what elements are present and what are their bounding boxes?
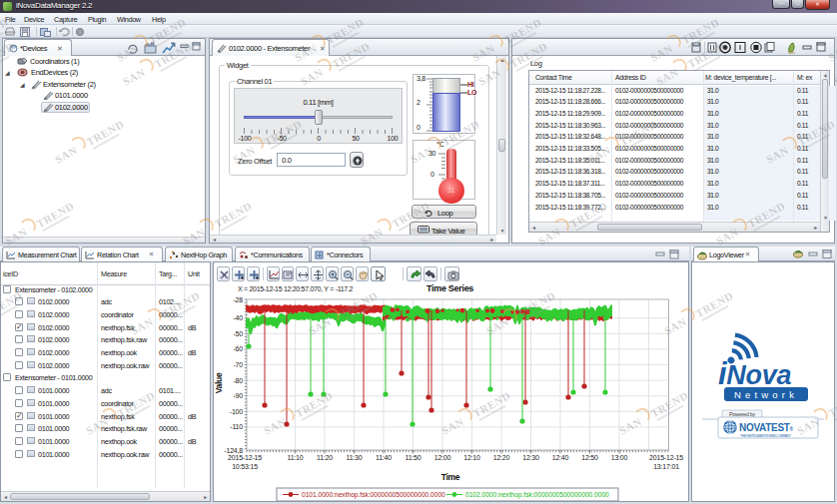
svg-text:-28: -28 — [233, 296, 243, 303]
svg-text:-50: -50 — [233, 330, 243, 337]
svg-text:11:40: 11:40 — [376, 454, 392, 461]
svg-text:11:20: 11:20 — [317, 454, 333, 461]
svg-text:12:00: 12:00 — [434, 454, 451, 461]
svg-text:-60: -60 — [233, 345, 243, 352]
svg-text:-80: -80 — [233, 377, 243, 384]
svg-text:-124,8: -124,8 — [224, 447, 243, 454]
svg-text:0102.0000:nexthop.fsk:00000005: 0102.0000:nexthop.fsk:0000000500000000.0… — [465, 491, 609, 499]
svg-text:Powered by: Powered by — [729, 411, 756, 417]
svg-text:10:53:15: 10:53:15 — [232, 463, 258, 470]
svg-text:THE INSTRUMENTS WEB COMPANY: THE INSTRUMENTS WEB COMPANY — [740, 434, 792, 438]
svg-text:-100: -100 — [230, 408, 244, 415]
svg-text:iNova: iNova — [718, 356, 791, 391]
svg-text:13:17:01: 13:17:01 — [653, 463, 679, 470]
svg-text:2015-12-15: 2015-12-15 — [228, 454, 262, 461]
svg-text:NOVATEST®: NOVATEST® — [739, 422, 794, 433]
svg-text:Time: Time — [441, 472, 460, 482]
svg-text:-70: -70 — [233, 361, 243, 368]
svg-text:12:40: 12:40 — [552, 454, 569, 461]
svg-text:0101.0000:nexthop.fsk:00000005: 0101.0000:nexthop.fsk:0000000500000000.0… — [302, 491, 445, 499]
svg-text:-90: -90 — [233, 392, 243, 399]
svg-text:-110: -110 — [230, 423, 243, 430]
svg-text:12:50: 12:50 — [581, 454, 598, 461]
svg-text:13:00: 13:00 — [611, 454, 628, 461]
svg-text:12:20: 12:20 — [493, 454, 510, 461]
svg-text:2015-12-15: 2015-12-15 — [649, 454, 683, 461]
svg-text:Network: Network — [734, 389, 798, 400]
svg-text:11:50: 11:50 — [406, 454, 421, 461]
svg-text:12:30: 12:30 — [522, 454, 539, 461]
svg-text:12:10: 12:10 — [463, 454, 480, 461]
svg-text:-40: -40 — [233, 314, 243, 321]
svg-text:11:10: 11:10 — [288, 454, 304, 461]
svg-text:11:30: 11:30 — [347, 454, 363, 461]
svg-text:Value: Value — [214, 372, 224, 393]
